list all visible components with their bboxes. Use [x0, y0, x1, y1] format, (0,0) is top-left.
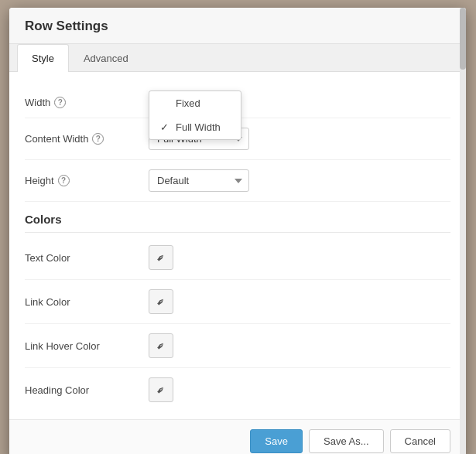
save-as-button[interactable]: Save As...	[309, 429, 384, 453]
heading-color-button[interactable]	[149, 377, 173, 402]
text-color-eyedropper-icon	[156, 251, 166, 265]
height-select[interactable]: Default Custom	[149, 169, 249, 192]
content-width-help-icon[interactable]: ?	[92, 133, 104, 145]
fixed-checkmark	[160, 97, 171, 109]
modal-footer: Save Save As... Cancel	[9, 419, 466, 454]
link-hover-color-control	[149, 333, 450, 358]
heading-color-control	[149, 377, 450, 402]
link-color-row: Link Color	[25, 280, 450, 324]
heading-color-row: Heading Color	[25, 368, 450, 411]
link-color-eyedropper-icon	[156, 295, 166, 309]
heading-color-eyedropper-icon	[156, 383, 166, 397]
modal-header: Row Settings	[9, 8, 466, 44]
tab-advanced[interactable]: Advanced	[69, 44, 143, 72]
link-hover-color-label: Link Hover Color	[25, 340, 149, 352]
link-color-button[interactable]	[149, 289, 173, 314]
text-color-button[interactable]	[149, 245, 173, 270]
link-hover-color-row: Link Hover Color	[25, 324, 450, 368]
width-option-full-width[interactable]: ✓ Full Width	[149, 115, 241, 139]
text-color-label: Text Color	[25, 252, 149, 264]
full-width-checkmark: ✓	[160, 121, 171, 133]
modal-title: Row Settings	[25, 19, 108, 33]
width-help-icon[interactable]: ?	[54, 97, 66, 108]
height-row: Height ? Default Custom	[25, 160, 450, 202]
colors-section-title: Colors	[25, 202, 450, 233]
heading-color-label: Heading Color	[25, 384, 149, 396]
row-settings-modal: Row Settings Style Advanced Width ?	[9, 8, 466, 454]
width-option-fixed[interactable]: Fixed	[149, 91, 241, 115]
width-label: Width ?	[25, 97, 149, 108]
save-button[interactable]: Save	[250, 429, 303, 453]
tabs-bar: Style Advanced	[9, 44, 466, 72]
width-row: Width ? Fixed ✓ Full Width	[25, 87, 450, 118]
text-color-row: Text Color	[25, 236, 450, 280]
cancel-button[interactable]: Cancel	[390, 429, 450, 453]
width-dropdown-popup[interactable]: Fixed ✓ Full Width	[149, 90, 241, 140]
link-hover-color-button[interactable]	[149, 333, 173, 358]
modal-body: Width ? Fixed ✓ Full Width	[9, 72, 466, 419]
height-label: Height ?	[25, 175, 149, 186]
scrollbar-track	[460, 8, 466, 454]
modal-overlay: Row Settings Style Advanced Width ?	[0, 0, 476, 454]
link-hover-eyedropper-icon	[156, 339, 166, 353]
text-color-control	[149, 245, 450, 270]
scrollbar-thumb[interactable]	[460, 8, 466, 70]
tab-style[interactable]: Style	[17, 44, 69, 72]
link-color-control	[149, 289, 450, 314]
height-help-icon[interactable]: ?	[58, 175, 70, 186]
content-width-label: Content Width ?	[25, 133, 149, 145]
height-control: Default Custom	[149, 169, 450, 192]
link-color-label: Link Color	[25, 296, 149, 308]
